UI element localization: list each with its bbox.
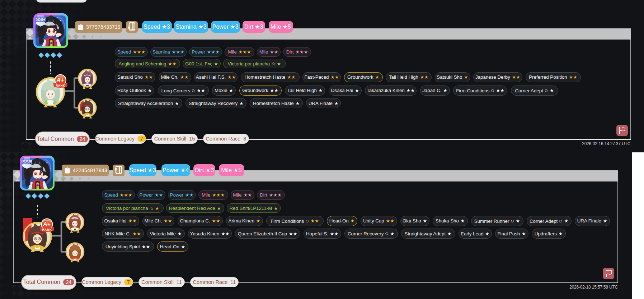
svg-text:RANK: RANK — [42, 228, 52, 231]
svg-text:RANK: RANK — [56, 84, 65, 87]
svg-text:A+: A+ — [56, 77, 64, 83]
svg-text:A+: A+ — [43, 221, 51, 227]
